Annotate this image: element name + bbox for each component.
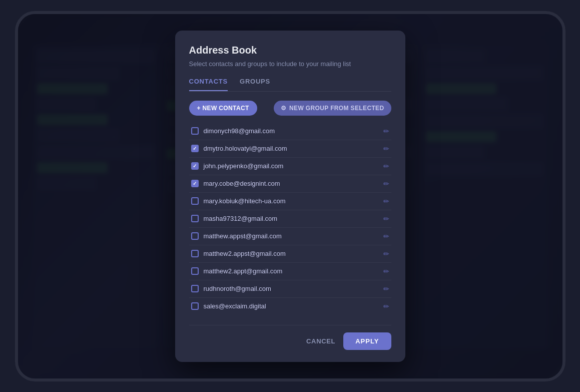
contact-checkbox[interactable] xyxy=(191,302,199,310)
edit-contact-icon[interactable]: ✏ xyxy=(383,162,389,170)
contact-email: matthew2.appst@gmail.com xyxy=(204,250,378,257)
contact-item: mary.cobe@designint.com✏ xyxy=(189,175,391,193)
contact-email: mary.cobe@designint.com xyxy=(204,180,378,187)
contact-item: dimonych98@gmail.com✏ xyxy=(189,123,391,140)
edit-contact-icon[interactable]: ✏ xyxy=(383,232,389,240)
contacts-toolbar: + NEW CONTACT ⚙ NEW GROUP FROM SELECTED xyxy=(189,101,391,116)
tab-contacts[interactable]: CONTACTS xyxy=(189,78,228,91)
contact-checkbox[interactable] xyxy=(191,145,199,152)
dialog-title: Address Book xyxy=(189,45,391,56)
contact-checkbox[interactable] xyxy=(191,285,199,292)
contact-item: rudhnoroth@gmail.com✏ xyxy=(189,280,391,298)
edit-contact-icon[interactable]: ✏ xyxy=(383,145,389,153)
edit-contact-icon[interactable]: ✏ xyxy=(383,197,389,205)
address-book-dialog: Address Book Select contacts and groups … xyxy=(175,31,405,362)
contact-item: masha97312@gmail.com✏ xyxy=(189,210,391,228)
tablet-frame: Address Book Select contacts and groups … xyxy=(15,11,565,381)
dialog-subtitle: Select contacts and groups to include to… xyxy=(189,60,391,68)
contact-list: dimonych98@gmail.com✏dmytro.holovatyi@gm… xyxy=(189,123,391,315)
contact-email: dmytro.holovatyi@gmail.com xyxy=(204,145,378,152)
contact-item: dmytro.holovatyi@gmail.com✏ xyxy=(189,140,391,158)
edit-contact-icon[interactable]: ✏ xyxy=(383,180,389,188)
contact-checkbox[interactable] xyxy=(191,197,199,205)
contact-email: rudhnoroth@gmail.com xyxy=(204,285,378,292)
new-group-from-selected-button[interactable]: ⚙ NEW GROUP FROM SELECTED xyxy=(274,101,391,116)
contact-email: matthew2.appt@gmail.com xyxy=(204,267,378,275)
edit-contact-icon[interactable]: ✏ xyxy=(383,215,389,223)
contact-email: masha97312@gmail.com xyxy=(204,215,378,222)
tab-groups[interactable]: GROUPS xyxy=(240,78,270,91)
contact-item: mary.kobiuk@hitech-ua.com✏ xyxy=(189,193,391,210)
contact-email: john.pelypenko@gmail.com xyxy=(204,162,378,170)
contact-item: matthew2.appt@gmail.com✏ xyxy=(189,263,391,280)
new-group-label: NEW GROUP FROM SELECTED xyxy=(289,105,384,112)
contact-checkbox[interactable] xyxy=(191,162,199,170)
contact-checkbox[interactable] xyxy=(191,250,199,257)
edit-contact-icon[interactable]: ✏ xyxy=(383,267,389,275)
contact-checkbox[interactable] xyxy=(191,180,199,187)
edit-contact-icon[interactable]: ✏ xyxy=(383,250,389,258)
contact-checkbox[interactable] xyxy=(191,267,199,275)
group-icon: ⚙ xyxy=(281,105,286,112)
tab-bar: CONTACTS GROUPS xyxy=(189,78,391,92)
apply-button[interactable]: APPLY xyxy=(343,332,391,350)
contact-email: matthew.appst@gmail.com xyxy=(204,232,378,240)
contact-email: mary.kobiuk@hitech-ua.com xyxy=(204,197,378,205)
contact-checkbox[interactable] xyxy=(191,215,199,222)
edit-contact-icon[interactable]: ✏ xyxy=(383,302,389,310)
contact-item: matthew.appst@gmail.com✏ xyxy=(189,228,391,245)
contact-item: sales@exclaim.digital✏ xyxy=(189,298,391,315)
dialog-footer: CANCEL APPLY xyxy=(189,325,391,350)
contact-email: dimonych98@gmail.com xyxy=(204,127,378,135)
contact-checkbox[interactable] xyxy=(191,127,199,135)
contact-email: sales@exclaim.digital xyxy=(204,302,378,310)
contact-item: matthew2.appst@gmail.com✏ xyxy=(189,245,391,263)
cancel-button[interactable]: CANCEL xyxy=(306,337,335,345)
contact-checkbox[interactable] xyxy=(191,232,199,240)
edit-contact-icon[interactable]: ✏ xyxy=(383,285,389,293)
edit-contact-icon[interactable]: ✏ xyxy=(383,127,389,135)
contact-item: john.pelypenko@gmail.com✏ xyxy=(189,158,391,175)
new-contact-button[interactable]: + NEW CONTACT xyxy=(189,101,257,116)
